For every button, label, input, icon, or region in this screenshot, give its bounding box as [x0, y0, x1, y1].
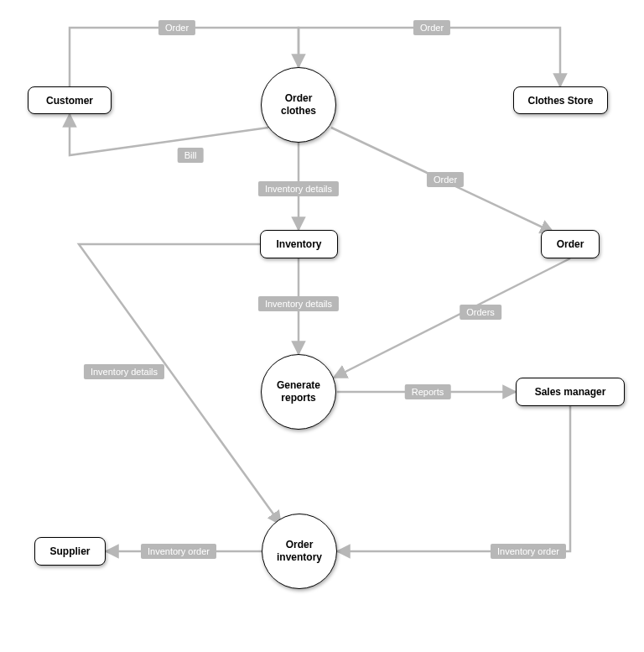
node-generate-reports: Generate reports [261, 354, 336, 430]
edge-label-bill: Bill [178, 148, 204, 163]
node-sales-manager: Sales manager [516, 378, 625, 406]
node-order-clothes: Order clothes [261, 67, 336, 143]
edge-label-invdet-3: Inventory details [84, 364, 164, 379]
edge-label-order-store: Order [413, 20, 450, 35]
node-order: Order [541, 230, 600, 258]
edge-label-invorder-1: Inventory order [491, 544, 566, 559]
edge-label-invdet-1: Inventory details [258, 181, 339, 196]
edge-label-order-right: Order [427, 172, 464, 187]
edge-label-orders: Orders [460, 305, 501, 320]
node-order-inventory: Order inventory [262, 514, 337, 589]
node-inventory: Inventory [260, 230, 338, 258]
edge-label-reports: Reports [405, 384, 451, 399]
diagram-canvas: Order Order Bill Inventory details Order… [0, 0, 644, 652]
edge-label-order-cust: Order [158, 20, 195, 35]
node-customer: Customer [28, 86, 112, 114]
edge-label-invdet-2: Inventory details [258, 296, 339, 311]
node-supplier: Supplier [34, 537, 106, 566]
edge-label-invorder-2: Inventory order [141, 544, 216, 559]
node-clothes-store: Clothes Store [513, 86, 608, 114]
